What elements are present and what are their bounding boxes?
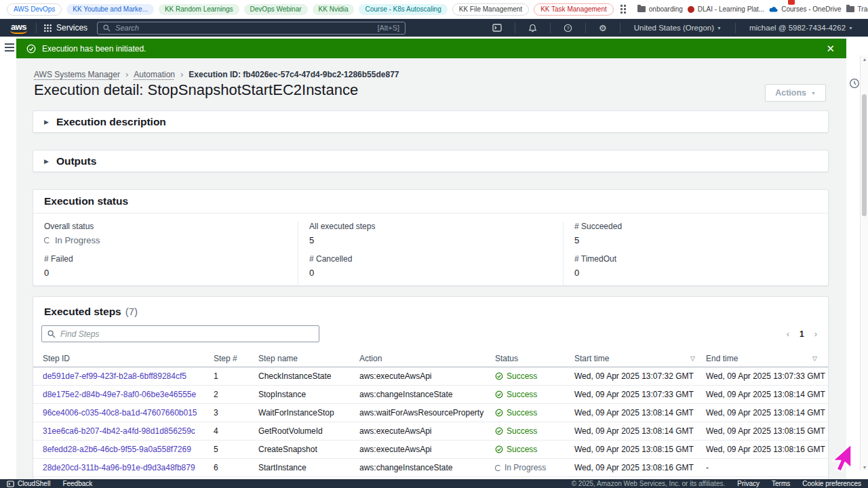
aws-logo[interactable]: aws xyxy=(8,22,29,34)
breadcrumb-automation[interactable]: Automation xyxy=(134,70,175,79)
scrollbar[interactable]: ▲ ▼ xyxy=(860,56,868,470)
banner-message: Execution has been initiated. xyxy=(42,44,146,54)
bookmark-kk-file-management[interactable]: KK File Management xyxy=(452,3,529,16)
field-label: Overall status xyxy=(44,222,287,231)
filter-icon: ▽ xyxy=(690,355,695,362)
help-icon[interactable]: ? xyxy=(557,24,578,33)
find-steps-input[interactable]: Find Steps xyxy=(41,325,319,342)
search-shortcut: [Alt+S] xyxy=(377,24,399,32)
page-body: Execution has been initiated. ✕ AWS Syst… xyxy=(0,37,868,479)
console-footer: CloudShell Feedback © 2025, Amazon Web S… xyxy=(0,479,868,488)
actions-button[interactable]: Actions▼ xyxy=(765,84,826,102)
end-time: Wed, 09 Apr 2025 13:08:14 GMT xyxy=(706,390,828,399)
bookmark-kk-youtube[interactable]: KK Youtube and Marke... xyxy=(66,4,154,15)
field-value: 0 xyxy=(574,268,817,278)
breadcrumb-systems-manager[interactable]: AWS Systems Manager xyxy=(34,70,120,79)
execution-status-card: Execution status Overall status In Progr… xyxy=(33,189,829,286)
step-id-link[interactable]: de591de7-ef99-423f-b2a8-6bff89284cf5 xyxy=(43,371,186,381)
col-start-time[interactable]: Start time▽ xyxy=(574,354,706,363)
extension-icon xyxy=(788,0,795,5)
privacy-link[interactable]: Privacy xyxy=(737,481,760,487)
section-title: Execution status xyxy=(44,195,128,207)
scrollbar-thumb[interactable] xyxy=(862,94,867,216)
outputs-panel[interactable]: ▶ Outputs xyxy=(33,150,829,172)
bookmark-kk-nvidia[interactable]: KK Nvidia xyxy=(313,4,355,15)
start-time: Wed, 09 Apr 2025 13:07:32 GMT xyxy=(574,371,706,381)
next-page-icon[interactable]: › xyxy=(814,329,817,339)
bookmark-dlai[interactable]: DLAI - Learning Plat... xyxy=(688,5,764,13)
services-grid-icon xyxy=(43,24,52,33)
status-badge: Success xyxy=(495,426,574,436)
bookmark-onboarding[interactable]: onboarding xyxy=(637,5,683,13)
chevron-down-icon: ▼ xyxy=(848,26,853,30)
bookmark-course-k8s-autoscaling[interactable]: Course - K8s Autoscaling xyxy=(359,4,447,15)
terms-link[interactable]: Terms xyxy=(772,481,790,487)
start-time: Wed, 09 Apr 2025 13:07:33 GMT xyxy=(574,390,706,399)
bookmark-devops-webinar[interactable]: DevOps Webinar xyxy=(244,4,308,15)
expand-caret-icon: ▶ xyxy=(44,119,49,125)
step-number: 5 xyxy=(214,445,258,454)
pagination: ‹ 1 › xyxy=(787,329,817,339)
success-check-icon xyxy=(495,409,503,417)
step-id-link[interactable]: 31ee6ca6-b207-4b42-a4fd-98d1d856259c xyxy=(43,426,195,436)
step-id-link[interactable]: d8e175e2-d84b-49e7-8af0-06be3e46555e xyxy=(43,390,196,399)
expand-caret-icon: ▶ xyxy=(44,158,49,165)
step-action: aws:executeAwsApi xyxy=(359,371,495,381)
end-time: Wed, 09 Apr 2025 13:08:14 GMT xyxy=(706,408,828,418)
in-progress-spinner-icon xyxy=(44,237,50,243)
col-status: Status xyxy=(495,354,574,363)
step-id-link[interactable]: 28de20cd-311b-4a96-b91e-d9d3a48fb879 xyxy=(43,463,195,472)
cloudshell-footer-button[interactable]: CloudShell xyxy=(7,481,50,487)
col-end-time[interactable]: End time▽ xyxy=(706,354,828,363)
timer-icon[interactable] xyxy=(849,78,860,89)
services-menu[interactable]: Services xyxy=(43,23,87,33)
scroll-up-icon[interactable]: ▲ xyxy=(861,57,868,62)
menu-icon[interactable] xyxy=(5,43,14,54)
banner-close-icon[interactable]: ✕ xyxy=(826,43,836,54)
settings-gear-icon[interactable]: ⚙ xyxy=(593,24,613,33)
scroll-down-icon[interactable]: ▼ xyxy=(861,465,868,470)
end-time: Wed, 09 Apr 2025 13:07:33 GMT xyxy=(706,371,828,381)
success-check-icon xyxy=(495,445,503,453)
search-icon xyxy=(47,330,56,338)
step-name: WaitForInstanceStop xyxy=(258,408,359,418)
status-badge: Success xyxy=(495,390,574,399)
end-time: Wed, 09 Apr 2025 13:08:15 GMT xyxy=(706,426,828,436)
bookmark-tracking[interactable]: Tracking xyxy=(846,5,868,13)
apps-grid-icon[interactable] xyxy=(620,5,626,14)
cloudshell-icon xyxy=(7,481,14,487)
global-search-input[interactable]: Search [Alt+S] xyxy=(97,22,406,35)
prev-page-icon[interactable]: ‹ xyxy=(787,329,789,339)
page-number[interactable]: 1 xyxy=(800,329,804,339)
dlai-icon xyxy=(688,6,694,13)
col-step-id: Step ID xyxy=(43,354,214,363)
execution-description-panel[interactable]: ▶ Execution description xyxy=(33,110,829,133)
bookmark-aws-devops[interactable]: AWS DevOps xyxy=(7,3,62,16)
step-number: 1 xyxy=(214,371,258,381)
bookmark-courses-onedrive[interactable]: Courses - OneDrive xyxy=(769,5,841,13)
cookie-preferences-link[interactable]: Cookie preferences xyxy=(802,481,861,487)
table-row: de591de7-ef99-423f-b2a8-6bff89284cf51Che… xyxy=(33,367,828,386)
step-id-link[interactable]: 8efedd28-a2b6-46cb-9f55-9a0a558f7269 xyxy=(43,445,191,454)
aws-top-nav: aws Services Search [Alt+S] ? ⚙ United S… xyxy=(0,19,868,37)
table-header: Step ID Step # Step name Action Status S… xyxy=(33,350,828,367)
bookmark-kk-random-learnings[interactable]: KK Random Learnings xyxy=(159,4,239,15)
notifications-bell-icon[interactable] xyxy=(522,24,543,33)
success-check-icon xyxy=(495,427,503,435)
start-time: Wed, 09 Apr 2025 13:08:14 GMT xyxy=(574,408,706,418)
region-selector[interactable]: United States (Oregon)▼ xyxy=(627,24,728,32)
chevron-down-icon: ▼ xyxy=(717,26,722,30)
chevron-down-icon: ▼ xyxy=(811,91,816,96)
aws-swoosh xyxy=(10,30,27,34)
bookmark-kk-task-management[interactable]: KK Task Management xyxy=(534,3,614,16)
step-id-link[interactable]: 96ce4006-c035-40c8-ba1d-47607660b015 xyxy=(43,408,197,418)
banner-check-icon xyxy=(26,44,36,54)
status-badge: In Progress xyxy=(495,463,574,472)
step-name: GetRootVolumeId xyxy=(258,426,359,436)
cloudshell-icon[interactable] xyxy=(486,24,508,32)
feedback-link[interactable]: Feedback xyxy=(62,481,92,487)
step-action: aws:executeAwsApi xyxy=(359,426,495,436)
step-number: 3 xyxy=(214,408,258,418)
nav-divider xyxy=(550,22,551,33)
account-menu[interactable]: michael @ 5982-7434-4262▼ xyxy=(743,24,860,32)
